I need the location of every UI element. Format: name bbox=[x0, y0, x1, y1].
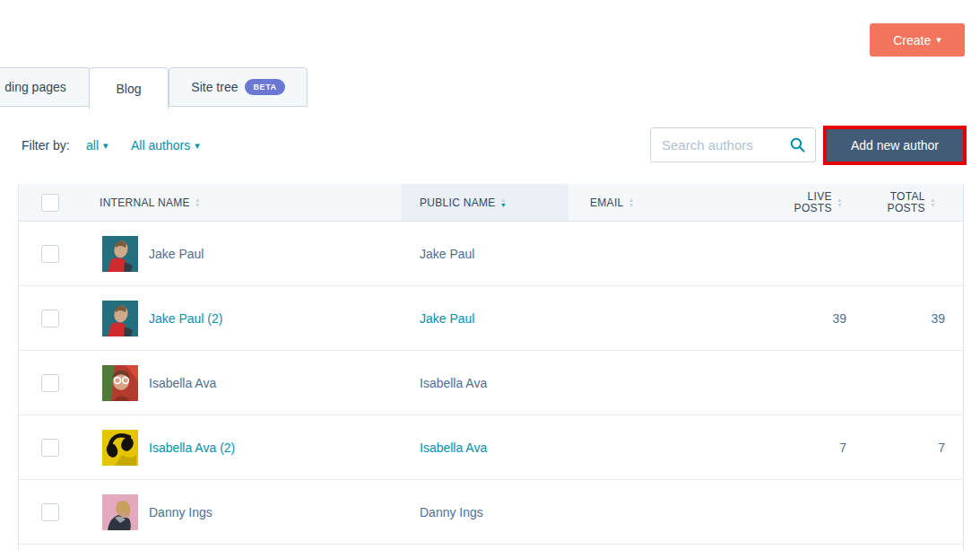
live-posts-cell bbox=[736, 222, 850, 285]
email-cell bbox=[568, 415, 736, 479]
public-name-link[interactable]: Isabella Ava bbox=[402, 415, 568, 479]
search-icon[interactable] bbox=[790, 137, 805, 153]
email-cell bbox=[568, 351, 736, 415]
total-posts-cell: 7 bbox=[850, 415, 963, 479]
beta-badge: BETA bbox=[245, 79, 284, 95]
header-checkbox-cell bbox=[19, 184, 84, 221]
live-posts-cell: 39 bbox=[736, 286, 850, 350]
sort-icon: ▲▼ bbox=[837, 197, 843, 208]
table-row: Isabella Ava Isabella Ava bbox=[19, 351, 963, 415]
tab-landing-pages[interactable]: ding pages bbox=[0, 67, 90, 107]
live-posts-cell bbox=[736, 480, 850, 544]
email-cell bbox=[568, 286, 736, 350]
create-button[interactable]: Create ▾ bbox=[870, 23, 965, 57]
table-header-row: INTERNAL NAME ▲▼ PUBLIC NAME ▲▼ EMAIL ▲▼… bbox=[19, 184, 963, 222]
internal-name: Isabella Ava bbox=[149, 376, 216, 390]
public-name-link[interactable]: Jake Paul bbox=[402, 286, 568, 350]
authors-table: INTERNAL NAME ▲▼ PUBLIC NAME ▲▼ EMAIL ▲▼… bbox=[18, 184, 964, 550]
danny-ings-avatar bbox=[102, 494, 138, 530]
header-total-posts[interactable]: TOTAL POSTS ▲▼ bbox=[850, 184, 963, 221]
total-posts-cell bbox=[850, 480, 963, 544]
header-total-posts-label: TOTAL POSTS bbox=[886, 191, 925, 214]
chevron-down-icon: ▾ bbox=[195, 141, 200, 151]
chevron-down-icon: ▾ bbox=[936, 35, 941, 45]
row-checkbox[interactable] bbox=[41, 245, 59, 263]
sort-icon: ▲▼ bbox=[629, 197, 635, 208]
public-name: Danny Ings bbox=[402, 480, 568, 544]
tab-blog-label: Blog bbox=[116, 82, 141, 96]
header-email[interactable]: EMAIL ▲▼ bbox=[568, 184, 736, 221]
row-checkbox[interactable] bbox=[41, 310, 59, 327]
select-all-checkbox[interactable] bbox=[41, 194, 59, 212]
total-posts-cell bbox=[850, 222, 963, 285]
tab-site-tree[interactable]: Site tree BETA bbox=[169, 67, 308, 107]
jake-paul-avatar bbox=[102, 301, 138, 336]
jake-paul-avatar bbox=[102, 236, 138, 272]
sort-icon-active-desc: ▲▼ bbox=[500, 197, 507, 208]
tab-site-tree-label: Site tree bbox=[191, 80, 238, 94]
public-name: Jake Paul bbox=[402, 222, 568, 285]
blog-authors-screen: Create ▾ ding pages Blog Site tree BETA … bbox=[0, 0, 980, 550]
internal-name: Danny Ings bbox=[149, 505, 212, 519]
chevron-down-icon: ▾ bbox=[103, 141, 108, 151]
header-internal-name-label: INTERNAL NAME bbox=[100, 196, 190, 209]
row-checkbox[interactable] bbox=[41, 374, 59, 392]
table-row: Jake Paul (2) Jake Paul 39 39 bbox=[19, 286, 963, 351]
header-live-posts-label: LIVE POSTS bbox=[793, 191, 832, 214]
row-checkbox[interactable] bbox=[41, 503, 59, 521]
next-row-partial bbox=[19, 545, 963, 550]
filter-all-dropdown[interactable]: all ▾ bbox=[86, 138, 108, 153]
header-email-label: EMAIL bbox=[590, 196, 624, 209]
email-cell bbox=[568, 480, 736, 544]
add-new-author-button[interactable]: Add new author bbox=[827, 129, 963, 162]
filter-authors-label: All authors bbox=[131, 138, 190, 153]
isabella-ava-avatar bbox=[102, 365, 138, 401]
internal-name-link[interactable]: Isabella Ava (2) bbox=[149, 441, 235, 455]
filter-authors-dropdown[interactable]: All authors ▾ bbox=[131, 138, 200, 153]
email-cell bbox=[568, 222, 736, 285]
table-row: Jake Paul Jake Paul bbox=[19, 222, 963, 286]
row-checkbox[interactable] bbox=[41, 439, 59, 457]
tab-blog[interactable]: Blog bbox=[89, 67, 169, 109]
search-input[interactable] bbox=[651, 137, 790, 153]
total-posts-cell: 39 bbox=[850, 286, 963, 350]
create-button-label: Create bbox=[893, 33, 931, 48]
filter-all-label: all bbox=[86, 138, 99, 153]
header-public-name-label: PUBLIC NAME bbox=[420, 196, 496, 209]
total-posts-cell bbox=[850, 351, 963, 415]
live-posts-cell bbox=[736, 351, 850, 415]
tab-landing-pages-label: ding pages bbox=[4, 80, 66, 94]
table-row: Isabella Ava (2) Isabella Ava 7 7 bbox=[19, 415, 963, 480]
filter-by-label: Filter by: bbox=[22, 138, 70, 153]
search-box bbox=[650, 127, 816, 162]
internal-name-link[interactable]: Jake Paul (2) bbox=[149, 311, 222, 326]
add-author-highlight-box: Add new author bbox=[823, 126, 967, 165]
header-live-posts[interactable]: LIVE POSTS ▲▼ bbox=[736, 184, 850, 221]
header-public-name[interactable]: PUBLIC NAME ▲▼ bbox=[402, 184, 568, 221]
sort-icon: ▲▼ bbox=[195, 197, 201, 208]
sort-icon: ▲▼ bbox=[930, 197, 936, 208]
internal-name: Jake Paul bbox=[149, 247, 204, 261]
live-posts-cell: 7 bbox=[736, 415, 850, 479]
public-name: Isabella Ava bbox=[402, 351, 568, 415]
table-row: Danny Ings Danny Ings bbox=[19, 480, 963, 545]
header-internal-name[interactable]: INTERNAL NAME ▲▼ bbox=[84, 184, 402, 221]
headphones-avatar bbox=[102, 430, 138, 466]
